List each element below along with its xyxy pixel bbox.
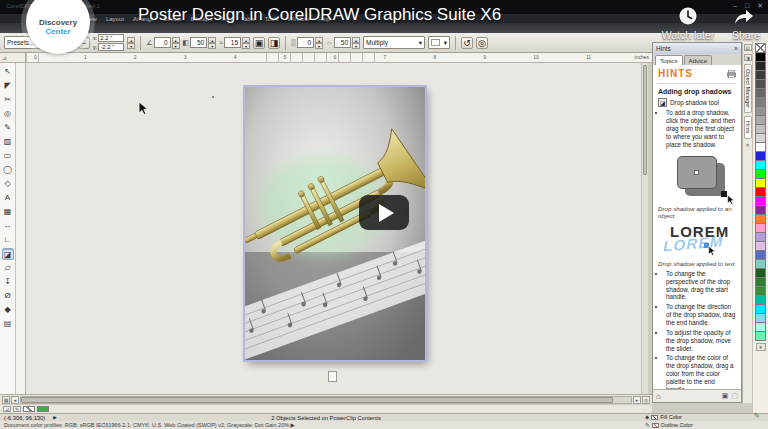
pick-tool[interactable]: ↖: [2, 66, 14, 78]
connector-tool[interactable]: ∟: [2, 234, 14, 246]
offset-spinner[interactable]: ▴ ▾: [127, 37, 135, 49]
shadow-fade-field[interactable]: 0: [297, 37, 314, 48]
menu-item[interactable]: Layout: [106, 16, 124, 22]
freehand-tool[interactable]: ✎: [2, 122, 14, 134]
text-tool[interactable]: A: [2, 192, 14, 204]
x-offset-field[interactable]: 2.2 ": [98, 34, 124, 42]
smart-fill-tool[interactable]: ▨: [2, 136, 14, 148]
pen-corner-icon: ✎: [754, 412, 760, 420]
dock-options-icon[interactable]: ▤: [744, 44, 752, 51]
document-color-swatch[interactable]: [37, 406, 49, 412]
outline-color-swatch[interactable]: [652, 423, 659, 428]
watch-later-clock-icon[interactable]: [678, 6, 698, 26]
document-navigator-icon[interactable]: ▦: [2, 396, 10, 404]
merge-mode-dropdown[interactable]: Multiply ▾: [363, 36, 425, 49]
polygon-tool[interactable]: ◇: [2, 178, 14, 190]
small-object-below-page[interactable]: [328, 371, 337, 382]
spin-down-icon[interactable]: ▾: [242, 43, 250, 49]
shadow-feather-field[interactable]: 15: [224, 37, 241, 48]
printer-icon[interactable]: [727, 70, 736, 78]
shadow-angle-group: ∠ 0 ▴▾: [146, 37, 179, 49]
fill-color-swatch[interactable]: [651, 415, 658, 420]
dock-tab-object-manager[interactable]: Object Manager: [744, 64, 752, 113]
shadow-stretch-field[interactable]: 50: [334, 37, 351, 48]
shadow-fade-icon: ▒: [291, 39, 296, 46]
document-no-color-swatch[interactable]: [23, 406, 35, 412]
watch-later-button[interactable]: Watch later: [648, 29, 728, 41]
horizontal-ruler[interactable]: 0123456789101112 inches: [26, 53, 652, 63]
color-palette: ▾: [752, 42, 768, 414]
hscroll-thumb[interactable]: [21, 397, 613, 403]
shadow-angle-field[interactable]: 0: [154, 37, 171, 48]
table-tool[interactable]: ▦: [2, 206, 14, 218]
ruler-number: 10: [533, 53, 539, 62]
home-icon[interactable]: ⌂: [656, 392, 661, 401]
crop-tool[interactable]: ✂: [2, 94, 14, 106]
palette-swatch[interactable]: [755, 331, 766, 341]
share-button[interactable]: Share: [726, 29, 766, 41]
ellipse-tool[interactable]: ◯: [2, 164, 14, 176]
video-title[interactable]: Poster Design in CorelDRAW Graphics Suit…: [138, 5, 501, 25]
spin-down-icon[interactable]: ▾: [127, 43, 135, 49]
drop-shadow-text-demo: LOREM LOREM: [658, 222, 736, 259]
ruler-origin-icon[interactable]: ⊿: [0, 53, 26, 63]
caption-object: Drop shadow applied to an object: [658, 205, 736, 221]
feather-edges-button[interactable]: ◨: [268, 37, 280, 49]
outline-pen-tool[interactable]: Ø: [2, 290, 14, 302]
eyedropper-tool[interactable]: ↧: [2, 276, 14, 288]
spin-down-icon[interactable]: ▾: [208, 43, 216, 49]
merge-mode-value: Multiply: [366, 39, 388, 46]
tab-topics[interactable]: Topics: [655, 55, 683, 65]
palette-scroll-down-icon[interactable]: ▾: [756, 343, 766, 351]
dimension-tool[interactable]: ↔: [2, 220, 14, 232]
spin-down-icon[interactable]: ▾: [315, 43, 323, 49]
spin-down-icon[interactable]: ▾: [352, 43, 360, 49]
dock-tab-hints[interactable]: Hints: [744, 116, 752, 139]
horizontal-scrollbar[interactable]: [20, 396, 632, 404]
vertical-ruler[interactable]: [16, 63, 26, 394]
rectangle-tool[interactable]: ▭: [2, 150, 14, 162]
vscroll-thumb[interactable]: [643, 65, 647, 175]
spin-down-icon[interactable]: ▾: [172, 43, 180, 49]
zoom-scroll-icon[interactable]: ◎: [642, 396, 650, 404]
drawing-canvas[interactable]: [26, 63, 648, 394]
docker-tab-strip: ▤ ◨ Object Manager Hints ✕: [742, 42, 752, 403]
docker-titlebar: Hints »: [653, 43, 741, 54]
fill-tool[interactable]: ◆: [2, 304, 14, 316]
shadow-opacity-field[interactable]: 50: [190, 37, 207, 48]
shadow-feather-icon: ≈: [219, 39, 223, 46]
clear-shadow-button[interactable]: ◎: [476, 37, 488, 49]
logo-line2: Center: [45, 27, 70, 36]
dock-layout-icon[interactable]: ◨: [744, 54, 752, 61]
palette-flyout-icon[interactable]: ⊿: [3, 406, 11, 412]
dropdown-arrow-icon: ▾: [444, 39, 447, 47]
y-offset-field[interactable]: -2.2 ": [98, 43, 124, 51]
eyedropper-mini-icon[interactable]: ✎: [13, 406, 21, 412]
forward-icon[interactable]: ▢: [731, 392, 738, 400]
copy-shadow-properties-button[interactable]: ↺: [461, 37, 473, 49]
close-icon[interactable]: ✕: [757, 2, 763, 10]
scroll-left-icon[interactable]: ◂: [11, 396, 19, 404]
tab-advice[interactable]: Advice: [684, 55, 713, 65]
hint-bullet: To change the color of the drop shadow, …: [666, 354, 736, 389]
shape-tool[interactable]: ◤: [2, 80, 14, 92]
stray-node-dot: [212, 96, 214, 98]
docker-collapse-icon[interactable]: »: [734, 44, 738, 54]
gallery-icon[interactable]: ▣: [722, 392, 729, 400]
canvas-vertical-scrollbar[interactable]: [641, 63, 648, 394]
feather-direction-button[interactable]: ▣: [253, 37, 265, 49]
share-arrow-icon[interactable]: [734, 9, 754, 26]
dock-close-icon[interactable]: ✕: [745, 142, 749, 148]
outline-color-label: Outline Color: [661, 422, 693, 428]
transparency-tool[interactable]: ▱: [2, 262, 14, 274]
hints-intro-bullets: To add a drop shadow, click the object, …: [658, 109, 736, 148]
lorem-text: LOREM: [670, 223, 729, 242]
drop-shadow-tool[interactable]: ◪: [2, 248, 14, 260]
youtube-play-button[interactable]: [359, 195, 409, 230]
interactive-fill-tool[interactable]: ▤: [2, 318, 14, 330]
shadow-color-picker[interactable]: ▾: [428, 36, 450, 49]
shadow-stretch-group: ⇔ 50 ▴▾: [326, 37, 360, 49]
zoom-tool[interactable]: ◎: [2, 108, 14, 120]
fill-icon: ◈: [645, 414, 649, 420]
scroll-right-icon[interactable]: ▸: [633, 396, 641, 404]
